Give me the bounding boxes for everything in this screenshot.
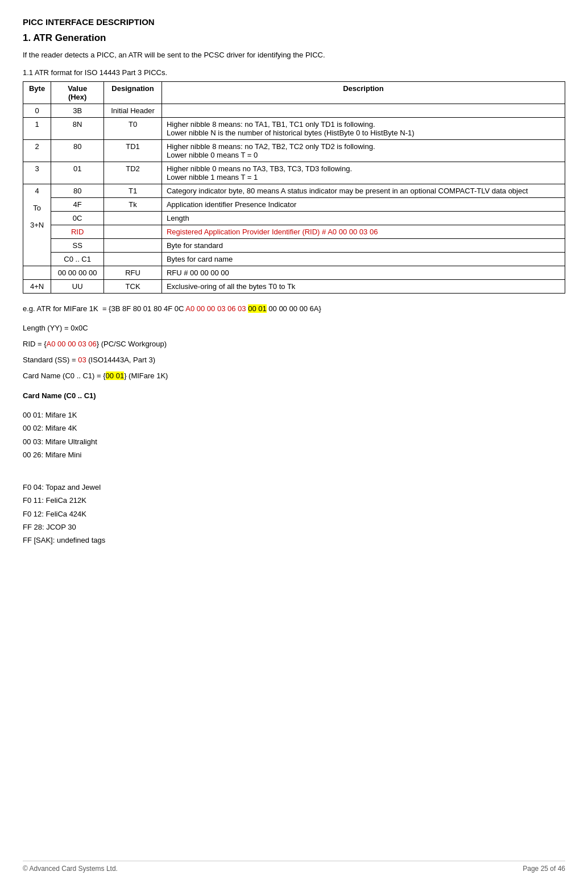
col-header-byte: Byte — [23, 82, 51, 104]
cell-value: SS — [51, 239, 104, 253]
details-section: Length (YY) = 0x0C RID = {A0 00 00 03 06… — [23, 322, 565, 382]
table-row: 00 00 00 00 RFU RFU # 00 00 00 00 — [23, 266, 565, 280]
card-name-item-5: F0 04: Topaz and Jewel — [23, 481, 565, 494]
card-name-section-title: Card Name (C0 .. C1) — [23, 389, 565, 402]
cell-byte: 4To3+N — [23, 184, 51, 266]
cell-value: 80 — [51, 184, 104, 198]
table-row-rid: RID Registered Application Provider Iden… — [23, 225, 565, 239]
cell-designation: TD2 — [104, 162, 162, 184]
cell-designation: Initial Header — [104, 104, 162, 118]
cell-value: 8N — [51, 118, 104, 140]
section1-title: 1. ATR Generation — [23, 32, 565, 44]
rid-line: RID = {A0 00 00 03 06} (PC/SC Workgroup) — [23, 338, 565, 350]
atr-table: Byte Value(Hex) Designation Description … — [23, 81, 565, 294]
card-name-highlight: 00 01 — [106, 371, 125, 380]
table-row: SS Byte for standard — [23, 239, 565, 253]
cell-designation — [104, 212, 162, 225]
standard-prefix: Standard (SS) = — [23, 356, 78, 364]
cell-designation — [104, 239, 162, 253]
table-row: 1 8N T0 Higher nibble 8 means: no TA1, T… — [23, 118, 565, 140]
table-row: 0 3B Initial Header — [23, 104, 565, 118]
cell-description: RFU # 00 00 00 00 — [162, 266, 565, 280]
example-red-part: A0 00 00 03 06 03 — [185, 304, 248, 313]
cell-byte: 3 — [23, 162, 51, 184]
rid-description-text: Registered Application Provider Identifi… — [167, 228, 378, 236]
cell-value: 00 00 00 00 — [51, 266, 104, 280]
table-row: 4+N UU TCK Exclusive-oring of all the by… — [23, 280, 565, 294]
cell-value: UU — [51, 280, 104, 294]
footer-right: Page 25 of 46 — [523, 865, 565, 873]
card-name-item-2: 00 02: Mifare 4K — [23, 422, 565, 435]
cell-description: Higher nibble 8 means: no TA2, TB2, TC2 … — [162, 140, 565, 162]
cell-description: Exclusive-oring of all the bytes T0 to T… — [162, 280, 565, 294]
intro-text: If the reader detects a PICC, an ATR wil… — [23, 51, 565, 59]
col-header-description: Description — [162, 82, 565, 104]
card-name-item-8: FF 28: JCOP 30 — [23, 521, 565, 534]
example-line: e.g. ATR for MIFare 1K = {3B 8F 80 01 80… — [23, 303, 565, 315]
cell-description: Category indicator byte, 80 means A stat… — [162, 184, 565, 198]
cell-designation: Tk — [104, 198, 162, 212]
page-title: PICC INTERFACE DESCRIPTION — [23, 17, 565, 27]
cell-value: 0C — [51, 212, 104, 225]
cell-value-rid: RID — [51, 225, 104, 239]
table-row: C0 .. C1 Bytes for card name — [23, 253, 565, 266]
length-line: Length (YY) = 0x0C — [23, 322, 565, 334]
card-name-item-6: F0 11: FeliCa 212K — [23, 494, 565, 507]
card-name-line: Card Name (C0 .. C1) = {00 01} (MIFare 1… — [23, 370, 565, 382]
cell-description: Byte for standard — [162, 239, 565, 253]
col-header-value: Value(Hex) — [51, 82, 104, 104]
card-name-item-4: 00 26: Mifare Mini — [23, 448, 565, 461]
cell-designation: TCK — [104, 280, 162, 294]
footer-left: © Advanced Card Systems Ltd. — [23, 865, 118, 873]
cell-value: C0 .. C1 — [51, 253, 104, 266]
card-name-prefix: Card Name (C0 .. C1) = { — [23, 371, 106, 380]
table-row: 2 80 TD1 Higher nibble 8 means: no TA2, … — [23, 140, 565, 162]
table-row: 0C Length — [23, 212, 565, 225]
cell-description-rid: Registered Application Provider Identifi… — [162, 225, 565, 239]
footer: © Advanced Card Systems Ltd. Page 25 of … — [23, 861, 565, 873]
cell-designation: TD1 — [104, 140, 162, 162]
cell-value: 01 — [51, 162, 104, 184]
card-name-line-suffix: } (MIFare 1K) — [124, 371, 168, 380]
cell-byte: 0 — [23, 104, 51, 118]
example-highlight-part: 00 01 — [248, 304, 267, 313]
rid-suffix: } (PC/SC Workgroup) — [97, 340, 167, 348]
cell-byte: 4+N — [23, 280, 51, 294]
cell-value: 4F — [51, 198, 104, 212]
card-name-item-9: FF [SAK]: undefined tags — [23, 534, 565, 547]
cell-designation: T0 — [104, 118, 162, 140]
cell-description: Higher nibble 0 means no TA3, TB3, TC3, … — [162, 162, 565, 184]
col-header-designation: Designation — [104, 82, 162, 104]
table-heading: 1.1 ATR format for ISO 14443 Part 3 PICC… — [23, 68, 565, 77]
table-row: 3 01 TD2 Higher nibble 0 means no TA3, T… — [23, 162, 565, 184]
rid-red-text: A0 00 00 03 06 — [47, 340, 97, 348]
standard-line: Standard (SS) = 03 (ISO14443A, Part 3) — [23, 354, 565, 366]
cell-byte: 2 — [23, 140, 51, 162]
standard-suffix: (ISO14443A, Part 3) — [86, 356, 155, 364]
standard-red-text: 03 — [78, 356, 86, 364]
cell-value: 3B — [51, 104, 104, 118]
card-name-item-1: 00 01: Mifare 1K — [23, 408, 565, 422]
cell-designation — [104, 225, 162, 239]
cell-description: Bytes for card name — [162, 253, 565, 266]
card-name-item-3: 00 03: Mifare Ultralight — [23, 435, 565, 448]
card-name-section: Card Name (C0 .. C1) 00 01: Mifare 1K 00… — [23, 389, 565, 547]
cell-description: Length — [162, 212, 565, 225]
cell-byte: 1 — [23, 118, 51, 140]
table-row: 4F Tk Application identifier Presence In… — [23, 198, 565, 212]
rid-prefix: RID = { — [23, 340, 47, 348]
cell-byte — [23, 266, 51, 280]
cell-designation: RFU — [104, 266, 162, 280]
cell-description: Application identifier Presence Indicato… — [162, 198, 565, 212]
table-row: 4To3+N 80 T1 Category indicator byte, 80… — [23, 184, 565, 198]
cell-designation — [104, 253, 162, 266]
cell-description — [162, 104, 565, 118]
cell-value: 80 — [51, 140, 104, 162]
cell-description: Higher nibble 8 means: no TA1, TB1, TC1 … — [162, 118, 565, 140]
cell-designation: T1 — [104, 184, 162, 198]
card-name-item-7: F0 12: FeliCa 424K — [23, 507, 565, 521]
